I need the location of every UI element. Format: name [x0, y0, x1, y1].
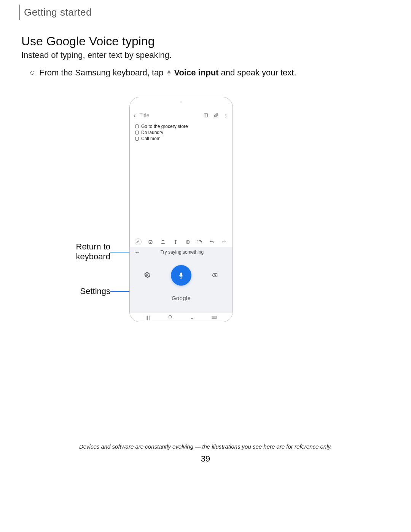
section-title: Getting started	[24, 6, 92, 18]
title-placeholder[interactable]: Title	[139, 112, 199, 118]
text-format-icon[interactable]	[160, 238, 167, 245]
voice-topbar: ← Try saying something	[130, 247, 233, 257]
section-header: Getting started	[19, 5, 92, 20]
svg-rect-12	[186, 240, 190, 243]
pen-icon[interactable]	[135, 238, 142, 245]
intro-text: Instead of typing, enter text by speakin…	[21, 50, 172, 60]
note-list: Go to the grocery store Do laundry Call …	[135, 124, 188, 142]
block-icon[interactable]	[185, 238, 191, 245]
more-icon[interactable]: ⋮	[223, 112, 229, 118]
callout-return: Return to keyboard	[57, 242, 110, 262]
back-button[interactable]: ⌄	[190, 315, 194, 320]
attach-icon[interactable]	[213, 112, 219, 118]
reader-icon[interactable]	[203, 112, 209, 118]
svg-rect-0	[168, 70, 170, 73]
note-text: Call mom	[141, 136, 161, 141]
voice-input-button[interactable]	[171, 265, 191, 286]
svg-rect-16	[180, 273, 182, 276]
phone-mockup: ‹ Title ⋮ Go to the grocery store Do lau…	[129, 97, 233, 322]
list-item[interactable]: Go to the grocery store	[135, 124, 188, 129]
voice-panel: ← Try saying something Google	[130, 247, 233, 313]
camera-dot	[180, 101, 182, 103]
instruction: From the Samsung keyboard, tap Voice inp…	[39, 68, 296, 78]
instruction-post: and speak your text.	[221, 68, 296, 78]
fontsize-picker[interactable]: 17▾	[197, 238, 202, 245]
callout-settings: Settings	[57, 286, 110, 296]
svg-rect-21	[169, 316, 171, 318]
note-text: Do laundry	[141, 130, 163, 135]
undo-icon[interactable]	[208, 238, 215, 245]
footer-note: Devices and software are constantly evol…	[0, 443, 411, 450]
brand-label: Google	[130, 295, 233, 301]
return-to-keyboard-button[interactable]: ←	[134, 249, 140, 256]
text-style-icon[interactable]	[172, 238, 179, 245]
recents-button[interactable]: |||	[145, 315, 150, 320]
svg-rect-17	[181, 277, 181, 278]
note-text: Go to the grocery store	[141, 124, 188, 129]
checkbox-icon[interactable]	[135, 125, 139, 128]
voice-prompt: Try saying something	[144, 249, 228, 255]
editor-toolbar: 17▾	[132, 237, 230, 246]
app-topbar: ‹ Title ⋮	[134, 111, 229, 120]
backspace-button[interactable]	[211, 272, 218, 279]
page-number: 39	[0, 454, 411, 464]
instruction-label: Voice input	[174, 68, 219, 78]
settings-button[interactable]	[144, 272, 151, 279]
list-item[interactable]: Call mom	[135, 136, 188, 141]
back-icon[interactable]: ‹	[134, 112, 135, 119]
home-button[interactable]	[168, 315, 172, 320]
redo-icon[interactable]	[221, 238, 228, 245]
mic-icon	[166, 69, 172, 77]
list-item[interactable]: Do laundry	[135, 130, 188, 135]
checkbox-icon[interactable]	[135, 131, 139, 134]
svg-rect-18	[180, 278, 182, 278]
page-heading: Use Google Voice typing	[21, 34, 155, 48]
voice-controls	[130, 257, 233, 289]
svg-rect-5	[149, 240, 153, 244]
checklist-icon[interactable]	[147, 238, 154, 245]
keyboard-switch-icon[interactable]: ⌨	[212, 315, 217, 320]
system-navbar: ||| ⌄ ⌨	[130, 313, 233, 322]
bullet-icon	[30, 71, 34, 75]
checkbox-icon[interactable]	[135, 137, 139, 141]
svg-point-15	[147, 274, 148, 276]
instruction-pre: From the Samsung keyboard, tap	[39, 68, 164, 78]
